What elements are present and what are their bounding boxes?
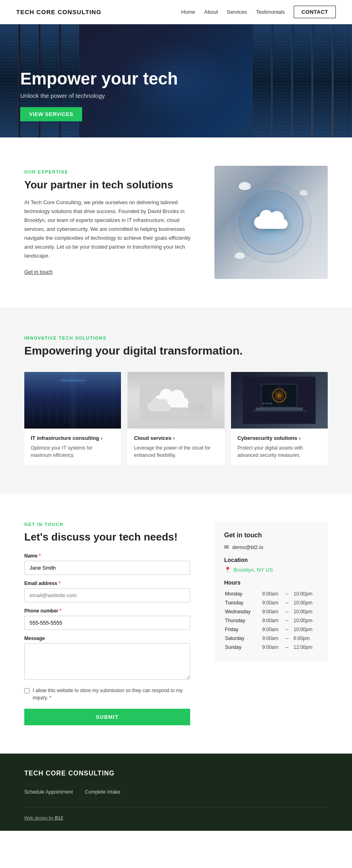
footer-links: Schedule Appointment Complete Intake: [24, 789, 328, 795]
name-required: *: [39, 553, 41, 559]
services-label: INNOVATIVE TECH SOLUTIONS: [24, 336, 328, 340]
service-desc-cyber: Protect your digital assets with advance…: [237, 444, 321, 459]
services-grid: IT infrastructure consulting › Optimize …: [24, 372, 328, 465]
svg-rect-12: [271, 403, 272, 404]
cloud-shape: [251, 209, 291, 237]
arrow-icon-cloud: ›: [173, 435, 175, 441]
services-section: INNOVATIVE TECH SOLUTIONS Empowering you…: [0, 307, 352, 494]
contact-form-side: GET IN TOUCH Let's discuss your tech nee…: [24, 522, 190, 725]
hero-subheading: Unlock the power of technology: [20, 92, 178, 99]
submit-button[interactable]: SUBMIT: [24, 709, 190, 725]
nav-contact-button[interactable]: CONTACT: [294, 6, 336, 18]
email-input[interactable]: [24, 588, 190, 602]
hero-heading: Empower your tech: [20, 70, 178, 88]
svg-rect-7: [256, 408, 303, 410]
svg-rect-9: [263, 403, 265, 404]
svg-rect-11: [268, 403, 269, 404]
tech-visual: [227, 178, 316, 267]
service-title-cloud: Cloud services ›: [134, 435, 218, 441]
email-label: Email address *: [24, 581, 190, 586]
web-design-text: Web design by: [24, 815, 54, 820]
hours-row: Monday9:00am–10:00pm: [225, 590, 317, 598]
info-box: Get in touch ✉ demo@bl2.io Location 📍 Br…: [214, 522, 328, 662]
name-input[interactable]: [24, 561, 190, 575]
message-textarea[interactable]: [24, 643, 190, 680]
svg-point-6: [277, 393, 282, 398]
consent-required: *: [49, 695, 51, 701]
service-card-it: IT infrastructure consulting › Optimize …: [24, 372, 121, 465]
hours-row: Tuesday9:00am–10:00pm: [225, 599, 317, 607]
contact-info-side: Get in touch ✉ demo@bl2.io Location 📍 Br…: [214, 522, 328, 725]
nav-about[interactable]: About: [204, 9, 218, 15]
service-title-cyber: Cybersecurity solutions ›: [237, 435, 321, 441]
svg-rect-10: [265, 403, 267, 404]
service-img-cyber: [231, 372, 328, 429]
location-heading: Location: [224, 557, 318, 563]
service-desc-it: Optimize your IT systems for maximum eff…: [31, 444, 115, 459]
info-heading: Get in touch: [224, 532, 318, 539]
phone-field-group: Phone number *: [24, 608, 190, 630]
web-design-brand: B12: [55, 815, 63, 820]
phone-required: *: [59, 608, 61, 614]
about-image: [214, 166, 328, 279]
email-row: ✉ demo@bl2.io: [224, 544, 318, 550]
service-card-cyber: Cybersecurity solutions › Protect your d…: [231, 372, 328, 465]
footer-link-schedule[interactable]: Schedule Appointment: [24, 789, 73, 795]
footer-logo: TECH CORE CONSULTING: [24, 770, 328, 777]
service-body-cyber: Cybersecurity solutions › Protect your d…: [231, 429, 328, 465]
logo: TECH CORE CONSULTING: [16, 8, 102, 15]
consent-label: I allow this website to store my submiss…: [33, 687, 190, 701]
main-nav: Home About Services Testimonials CONTACT: [181, 6, 336, 18]
contact-section: GET IN TOUCH Let's discuss your tech nee…: [0, 494, 352, 754]
phone-label: Phone number *: [24, 608, 190, 614]
hours-heading: Hours: [224, 579, 318, 586]
footer-link-intake[interactable]: Complete Intake: [85, 789, 120, 795]
hours-row: Thursday9:00am–10:00pm: [225, 617, 317, 625]
footer: TECH CORE CONSULTING Schedule Appointmen…: [0, 754, 352, 831]
location-row: 📍 Brooklyn, NY US: [224, 566, 318, 573]
nav-services[interactable]: Services: [227, 9, 247, 15]
email-link[interactable]: demo@bl2.io: [232, 544, 263, 550]
message-field-group: Message: [24, 636, 190, 681]
hero-section: Empower your tech Unlock the power of te…: [0, 24, 352, 137]
view-services-button[interactable]: VIEW SERVICES: [20, 107, 82, 121]
about-label: OUR EXPERTISE: [24, 169, 194, 174]
service-body-it: IT infrastructure consulting › Optimize …: [24, 429, 121, 465]
phone-input[interactable]: [24, 616, 190, 630]
about-text: OUR EXPERTISE Your partner in tech solut…: [24, 169, 194, 275]
service-title-it: IT infrastructure consulting ›: [31, 435, 115, 441]
service-body-cloud: Cloud services › Leverage the power of t…: [127, 429, 224, 465]
service-desc-cloud: Leverage the power of the cloud for enha…: [134, 444, 218, 459]
email-icon: ✉: [224, 544, 229, 550]
consent-checkbox[interactable]: [24, 688, 30, 693]
about-body: At Tech Core Consulting, we pride oursel…: [24, 198, 194, 261]
svg-rect-8: [252, 410, 307, 412]
hours-row: Friday9:00am–10:00pm: [225, 625, 317, 634]
nav-home[interactable]: Home: [181, 9, 195, 15]
hours-table: Monday9:00am–10:00pmTuesday9:00am–10:00p…: [224, 589, 318, 652]
location-link[interactable]: Brooklyn, NY US: [233, 567, 273, 573]
name-field-group: Name *: [24, 553, 190, 575]
hero-content: Empower your tech Unlock the power of te…: [20, 70, 178, 121]
about-section: OUR EXPERTISE Your partner in tech solut…: [0, 137, 352, 307]
footer-bottom: Web design by B12: [24, 807, 328, 821]
about-heading: Your partner in tech solutions: [24, 178, 194, 192]
contact-heading: Let's discuss your tech needs!: [24, 531, 190, 543]
about-get-in-touch-link[interactable]: Get in touch: [24, 269, 53, 275]
hours-row: Saturday9:00am–6:00pm: [225, 634, 317, 642]
contact-label: GET IN TOUCH: [24, 522, 190, 527]
consent-checkbox-row: I allow this website to store my submiss…: [24, 687, 190, 701]
location-icon: 📍: [224, 566, 231, 573]
hours-row: Sunday9:00am–12:00pm: [225, 643, 317, 651]
arrow-icon-it: ›: [101, 435, 102, 441]
email-required: *: [59, 581, 61, 586]
service-card-cloud: Cloud services › Leverage the power of t…: [127, 372, 224, 465]
hours-row: Wednesday9:00am–10:00pm: [225, 608, 317, 616]
name-label: Name *: [24, 553, 190, 559]
web-design-link[interactable]: Web design by B12: [24, 815, 63, 820]
nav-testimonials[interactable]: Testimonials: [256, 9, 285, 15]
email-field-group: Email address *: [24, 581, 190, 602]
service-img-cloud: [127, 372, 224, 429]
arrow-icon-cyber: ›: [299, 435, 301, 441]
services-heading: Empowering your digital transformation.: [24, 344, 328, 357]
